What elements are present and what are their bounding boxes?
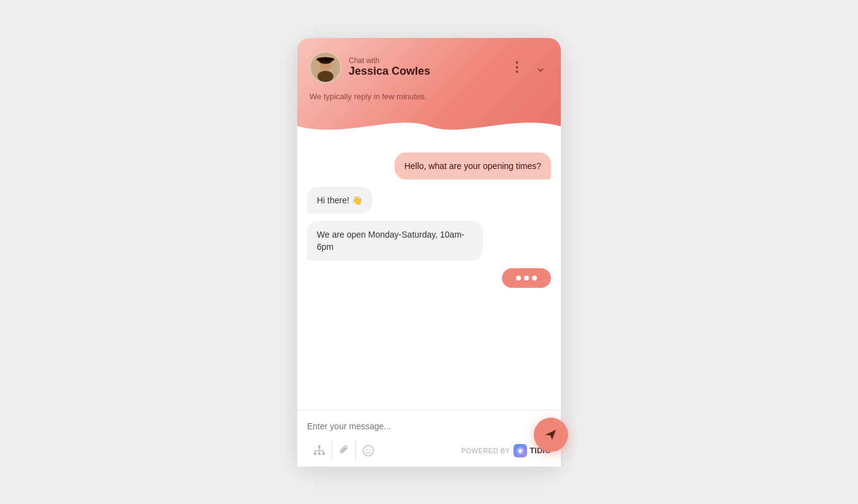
chat-with-label: Chat with	[349, 56, 430, 65]
user-message-bubble: Hello, what are your opening times?	[395, 152, 551, 179]
message-row: Hello, what are your opening times?	[307, 152, 551, 179]
chat-input-area: POWERED BY TIDIO	[297, 410, 561, 467]
agent-avatar	[309, 51, 341, 83]
message-input[interactable]	[307, 418, 514, 435]
agent-message-bubble: Hi there! 👋	[307, 187, 372, 214]
send-button[interactable]	[534, 418, 568, 452]
org-icon	[313, 445, 325, 457]
chat-header: Chat with Jessica Cowles ⋮ ⌄ We typicall…	[297, 38, 561, 138]
attachments-button[interactable]	[307, 441, 332, 461]
input-row	[307, 418, 551, 435]
message-row: We are open Monday-Saturday, 10am-6pm	[307, 221, 551, 261]
chevron-down-icon: ⌄	[535, 59, 546, 75]
more-icon: ⋮	[510, 59, 524, 75]
tidio-icon	[514, 444, 527, 457]
chat-messages: Hello, what are your opening times? Hi t…	[297, 138, 561, 410]
typing-indicator-row	[307, 268, 551, 288]
attachment-button[interactable]	[332, 441, 356, 461]
wave-divider	[297, 114, 561, 138]
svg-point-14	[363, 445, 374, 456]
toolbar-icons	[307, 441, 381, 461]
svg-rect-5	[318, 445, 321, 448]
more-options-button[interactable]: ⋮	[507, 57, 526, 78]
typing-dot	[532, 276, 537, 280]
chat-widget: Chat with Jessica Cowles ⋮ ⌄ We typicall…	[297, 38, 561, 467]
reply-time: We typically reply in few minutes.	[309, 92, 549, 101]
header-actions: ⋮ ⌄	[507, 57, 549, 78]
typing-dot	[516, 276, 521, 280]
paperclip-icon	[338, 445, 349, 457]
agent-text: Chat with Jessica Cowles	[349, 56, 430, 78]
svg-point-1	[317, 70, 333, 81]
agent-name: Jessica Cowles	[349, 65, 430, 77]
send-icon	[544, 428, 558, 442]
svg-point-16	[370, 449, 371, 450]
collapse-button[interactable]: ⌄	[533, 57, 549, 78]
user-message-text: Hello, what are your opening times?	[404, 161, 541, 171]
powered-by-label: POWERED BY	[461, 447, 511, 454]
typing-indicator	[502, 268, 551, 288]
agent-message-text: Hi there! 👋	[317, 195, 362, 205]
agent-message-text: We are open Monday-Saturday, 10am-6pm	[317, 230, 465, 252]
svg-point-4	[316, 57, 335, 61]
emoji-button[interactable]	[356, 441, 381, 461]
message-row: Hi there! 👋	[307, 187, 551, 214]
svg-point-15	[366, 449, 368, 450]
emoji-icon	[362, 445, 374, 457]
agent-info: Chat with Jessica Cowles	[309, 51, 430, 83]
typing-dot	[524, 276, 529, 280]
agent-message-bubble: We are open Monday-Saturday, 10am-6pm	[307, 221, 483, 261]
chat-toolbar: POWERED BY TIDIO	[307, 435, 551, 463]
